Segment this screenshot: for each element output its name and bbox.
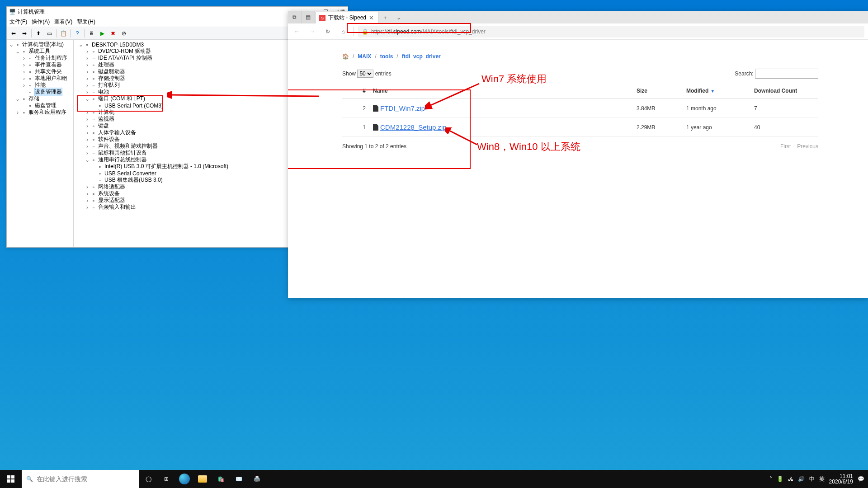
tree-item[interactable]: ›▫任务计划程序 xyxy=(8,55,72,61)
scan-hardware-button[interactable]: 🖥 xyxy=(86,28,96,38)
nav-back-button[interactable]: ← xyxy=(292,26,302,37)
browser-tab[interactable]: S 下载站 - Sipeed ✕ xyxy=(315,12,378,23)
refresh-button[interactable]: ↻ xyxy=(322,26,333,37)
search-input[interactable] xyxy=(37,470,135,488)
tree-twisty-icon[interactable]: › xyxy=(85,82,90,89)
tree-twisty-icon[interactable]: ⌄ xyxy=(78,42,84,48)
search-input[interactable] xyxy=(755,69,818,79)
tree-twisty-icon[interactable]: › xyxy=(21,75,27,82)
tab-overflow-button[interactable]: ⌄ xyxy=(392,12,406,23)
tree-twisty-icon[interactable]: › xyxy=(85,116,90,122)
col-name[interactable]: Name xyxy=(369,83,633,99)
tree-twisty-icon[interactable]: › xyxy=(85,143,90,150)
tree-twisty-icon[interactable]: ⌄ xyxy=(15,48,20,55)
pager-prev[interactable]: Previous xyxy=(797,143,818,150)
tree-item[interactable]: ›▫共享文件夹 xyxy=(8,68,72,75)
set-aside-tabs-button[interactable]: ▤ xyxy=(302,11,315,23)
tree-twisty-icon[interactable]: › xyxy=(85,136,90,143)
back-button[interactable]: ⬅ xyxy=(9,28,19,38)
uninstall-device-button[interactable]: ⊘ xyxy=(119,28,129,38)
taskbar-app[interactable]: 🖨️ xyxy=(248,470,266,488)
tree-twisty-icon[interactable]: › xyxy=(21,55,27,61)
col-num[interactable]: # xyxy=(342,83,369,99)
tree-item[interactable]: ▫磁盘管理 xyxy=(8,102,72,109)
new-tab-button[interactable]: ＋ xyxy=(378,12,392,23)
col-download-count[interactable]: Download Count xyxy=(750,83,818,99)
tree-twisty-icon[interactable]: › xyxy=(21,82,27,89)
taskbar-edge[interactable] xyxy=(175,470,193,488)
tree-item[interactable]: ▫设备管理器 xyxy=(8,89,72,95)
entries-select[interactable]: 50 xyxy=(357,70,373,78)
tree-twisty-icon[interactable]: › xyxy=(85,197,90,204)
tree-twisty-icon[interactable]: › xyxy=(85,204,90,211)
up-button[interactable]: ⬆ xyxy=(33,28,43,38)
tree-twisty-icon[interactable]: › xyxy=(85,109,90,116)
home-icon[interactable]: 🏠 xyxy=(342,53,349,60)
tree-twisty-icon[interactable]: › xyxy=(85,62,90,68)
forward-button[interactable]: ➡ xyxy=(19,28,29,38)
tree-twisty-icon[interactable]: › xyxy=(21,62,27,68)
tree-twisty-icon[interactable]: › xyxy=(15,109,20,116)
start-button[interactable] xyxy=(0,470,22,488)
properties-button[interactable]: 📋 xyxy=(58,28,68,38)
tree-twisty-icon[interactable]: › xyxy=(85,69,90,75)
tray-battery-icon[interactable]: 🔋 xyxy=(777,476,783,482)
tree-twisty-icon[interactable]: › xyxy=(21,69,27,75)
tree-item[interactable]: ›▫性能 xyxy=(8,82,72,89)
home-button[interactable]: ⌂ xyxy=(338,26,349,37)
file-link-win7[interactable]: FTDI_Win7.zip xyxy=(380,104,425,112)
tree-twisty-icon[interactable]: › xyxy=(85,191,90,197)
tree-item[interactable]: ›▫事件查看器 xyxy=(8,61,72,68)
show-hide-tree[interactable]: ▭ xyxy=(44,28,54,38)
tree-twisty-icon[interactable]: ⌄ xyxy=(85,96,90,102)
tree-twisty-icon[interactable]: › xyxy=(85,123,90,129)
tree-twisty-icon[interactable]: › xyxy=(85,89,90,95)
close-tab-icon[interactable]: ✕ xyxy=(369,14,374,21)
tree-twisty-icon[interactable]: › xyxy=(85,130,90,136)
crumb-tools[interactable]: tools xyxy=(380,53,393,60)
tree-twisty-icon[interactable]: › xyxy=(85,48,90,55)
file-link-cdm[interactable]: CDM21228_Setup.zip xyxy=(380,123,447,131)
col-size[interactable]: Size xyxy=(633,83,683,99)
taskbar-store[interactable]: 🛍️ xyxy=(212,470,230,488)
crumb-ftdi[interactable]: ftdi_vcp_driver xyxy=(402,53,441,60)
tree-twisty-icon[interactable]: › xyxy=(85,75,90,82)
col-modified[interactable]: Modified▼ xyxy=(683,83,750,99)
tree-item[interactable]: ⌄▫计算机管理(本地) xyxy=(8,41,72,48)
menu-action[interactable]: 操作(A) xyxy=(32,18,50,26)
tree-item[interactable]: ⌄▫系统工具 xyxy=(8,48,72,55)
tray-chevron-up-icon[interactable]: ˄ xyxy=(769,476,772,482)
tray-ime-sub[interactable]: 英 xyxy=(819,475,825,483)
menu-help[interactable]: 帮助(H) xyxy=(77,18,95,26)
menu-file[interactable]: 文件(F) xyxy=(9,18,27,26)
tree-item[interactable]: ›▫本地用户和组 xyxy=(8,75,72,82)
tree-twisty-icon[interactable]: ⌄ xyxy=(85,157,90,163)
crumb-maix[interactable]: MAIX xyxy=(358,53,371,60)
taskbar-explorer[interactable] xyxy=(193,470,212,488)
disable-device-button[interactable]: ✖ xyxy=(108,28,118,38)
tray-notifications-icon[interactable]: 💬 xyxy=(858,476,864,482)
tree-twisty-icon[interactable]: › xyxy=(85,150,90,156)
tree-twisty-icon[interactable]: ⌄ xyxy=(9,42,14,48)
cortana-button[interactable]: ◯ xyxy=(139,470,157,488)
tray-ime-lang[interactable]: 中 xyxy=(809,475,815,483)
tray-clock[interactable]: 11:01 2020/6/19 xyxy=(829,474,853,484)
pager-first[interactable]: First xyxy=(780,143,791,150)
nav-forward-button[interactable]: → xyxy=(307,26,318,37)
tree-twisty-icon[interactable]: › xyxy=(85,184,90,190)
address-bar[interactable]: 🔒 https://dl.sipeed.com/MAIX/tools/ftdi_… xyxy=(358,26,864,38)
task-view-button[interactable]: ⊞ xyxy=(157,470,175,488)
tab-actions-button[interactable]: ⧉ xyxy=(288,11,302,23)
help-button[interactable]: ? xyxy=(72,28,82,38)
tree-twisty-icon[interactable]: ⌄ xyxy=(15,96,20,102)
tree-item[interactable]: ⌄▫存储 xyxy=(8,95,72,102)
tree-item[interactable]: ›▫服务和应用程序 xyxy=(8,109,72,116)
taskbar-mail[interactable]: ✉️ xyxy=(230,470,248,488)
enable-device-button[interactable]: ▶ xyxy=(97,28,107,38)
tray-network-icon[interactable]: 🖧 xyxy=(788,476,793,482)
taskbar-search[interactable]: 🔍 xyxy=(22,470,139,488)
console-tree[interactable]: ⌄▫计算机管理(本地)⌄▫系统工具›▫任务计划程序›▫事件查看器›▫共享文件夹›… xyxy=(7,40,74,247)
tray-volume-icon[interactable]: 🔊 xyxy=(798,476,805,482)
tree-twisty-icon[interactable]: › xyxy=(85,55,90,61)
menu-view[interactable]: 查看(V) xyxy=(54,18,72,26)
